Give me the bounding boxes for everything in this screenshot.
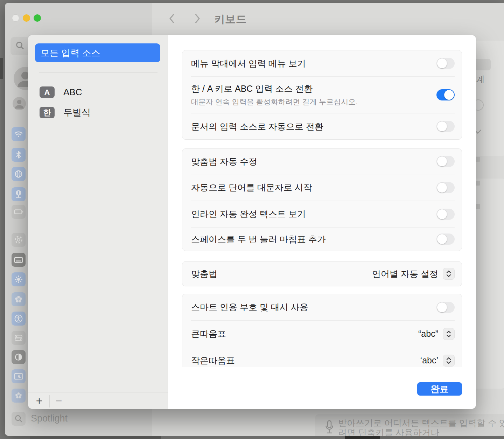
add-input-source-button[interactable]: + — [32, 395, 46, 407]
setting-row-inline-completion: 인라인 자동 완성 텍스트 보기 — [182, 201, 462, 227]
settings-scroll-area[interactable]: 메뉴 막대에서 입력 메뉴 보기 한 / A 키로 ABC 입력 소스 전환 대… — [168, 35, 476, 367]
double-quote-value: “abc” — [418, 329, 438, 339]
forward-chevron-icon — [192, 13, 202, 25]
appearance-flower-icon — [12, 292, 26, 306]
settings-group: 메뉴 막대에서 입력 메뉴 보기 한 / A 키로 ABC 입력 소스 전환 대… — [182, 50, 462, 140]
dictation-card: 받아쓰기로 어디서든 텍스트를 입력할 수 있습니다. 받아쓰기를 시작하려면 … — [315, 414, 504, 436]
dictation-description: 받아쓰기로 어디서든 텍스트를 입력할 수 있습니다. 받아쓰기를 시작하려면 … — [338, 418, 504, 436]
close-button[interactable] — [12, 14, 19, 22]
settings-group: 맞춤법 자동 수정 자동으로 단어를 대문자로 시작 인라인 자동 완성 텍스트… — [182, 148, 462, 251]
doc-auto-switch-toggle[interactable] — [436, 121, 455, 132]
setting-row-autocorrect: 맞춤법 자동 수정 — [182, 149, 462, 174]
setting-row-capitalize: 자동으로 단어를 대문자로 시작 — [182, 174, 462, 201]
sheet-footer: 완료 — [168, 367, 476, 409]
dock-fragment — [380, 436, 504, 439]
remove-input-source-button[interactable]: − — [52, 395, 66, 407]
single-quote-select[interactable] — [443, 355, 455, 367]
dock-fragment — [345, 436, 380, 439]
screen-saver-icon — [12, 369, 26, 383]
setting-row-han-a-switch: 한 / A 키로 ABC 입력 소스 전환 대문자 연속 입력을 활성화하려면 … — [182, 77, 462, 113]
list-item-abc[interactable]: A ABC — [40, 86, 82, 98]
setting-row-menu-bar: 메뉴 막대에서 입력 메뉴 보기 — [182, 50, 462, 76]
list-item-dubeolsik[interactable]: 한 두벌식 — [40, 106, 91, 119]
sheet-sidebar: 모든 입력 소스 A ABC 한 두벌식 + − — [28, 35, 168, 409]
spelling-value: 언어별 자동 설정 — [372, 268, 438, 280]
zoom-button[interactable] — [34, 14, 41, 22]
accessibility-icon — [12, 312, 26, 326]
appearance-contrast-icon — [12, 350, 26, 364]
back-chevron-icon — [167, 13, 177, 25]
dock-fragment — [30, 436, 161, 439]
bg-mark-fragment — [475, 157, 480, 162]
spotlight-icon — [12, 412, 26, 426]
spelling-select[interactable] — [443, 268, 455, 280]
wifi-icon — [12, 127, 26, 141]
network-globe-icon — [12, 167, 26, 181]
screen: { "window": { "title": "키보드" }, "backgro… — [0, 0, 504, 439]
single-quote-value: ‘abc’ — [420, 355, 438, 365]
autocorrect-toggle[interactable] — [436, 156, 455, 167]
menu-bar-toggle[interactable] — [436, 58, 455, 69]
smart-quotes-toggle[interactable] — [436, 302, 455, 313]
inline-completion-toggle[interactable] — [436, 209, 455, 220]
battery-icon — [12, 205, 26, 219]
setting-row-double-quote: 큰따옴표 “abc” — [182, 321, 462, 347]
settings-group: 스마트 인용 부호 및 대시 사용 큰따옴표 “abc” 작은따옴표 — [182, 294, 462, 367]
settings-group: 맞춤법 언어별 자동 설정 — [182, 261, 462, 286]
input-source-badge: 한 — [40, 107, 55, 118]
setting-row-doc-auto-switch: 문서의 입력 소스로 자동으로 전환 — [182, 113, 462, 139]
setting-row-spelling: 맞춤법 언어별 자동 설정 — [182, 262, 462, 286]
done-button[interactable]: 완료 — [417, 382, 462, 396]
bg-mark-fragment — [475, 181, 480, 186]
double-space-period-toggle[interactable] — [436, 234, 455, 245]
setting-row-single-quote: 작은따옴표 ‘abc’ — [182, 347, 462, 367]
minimize-button[interactable] — [23, 14, 30, 22]
dock-fragment — [161, 436, 345, 439]
sidebar-item-spotlight: Spotlight — [31, 413, 68, 424]
bg-mark-fragment — [475, 204, 480, 209]
vpn-globe-icon — [12, 187, 26, 201]
keyboard-icon — [12, 253, 26, 267]
capitalize-toggle[interactable] — [436, 182, 455, 193]
bg-text-fragment: 계 — [476, 74, 485, 85]
bluetooth-icon — [12, 148, 26, 162]
family-avatar — [13, 97, 26, 110]
displays-sun-icon — [12, 272, 26, 286]
divider — [39, 72, 158, 73]
sheet-panel: 메뉴 막대에서 입력 메뉴 보기 한 / A 키로 ABC 입력 소스 전환 대… — [168, 35, 476, 409]
han-a-switch-toggle[interactable] — [436, 89, 455, 100]
control-center-icon — [12, 331, 26, 345]
double-quote-select[interactable] — [443, 328, 455, 340]
divider — [28, 392, 168, 392]
setting-row-double-space-period: 스페이스를 두 번 눌러 마침표 추가 — [182, 228, 462, 251]
desktop-fragment — [0, 58, 3, 79]
wallpaper-icon — [12, 389, 26, 403]
microphone-icon — [324, 420, 335, 436]
input-source-badge: A — [40, 86, 55, 98]
sidebar-item-all-input-sources[interactable]: 모든 입력 소스 — [35, 43, 160, 62]
setting-row-smart-quotes: 스마트 인용 부호 및 대시 사용 — [182, 294, 462, 320]
divider — [49, 395, 50, 407]
page-title: 키보드 — [214, 12, 247, 27]
input-sources-sheet: 모든 입력 소스 A ABC 한 두벌식 + − 메뉴 막대에서 입력 메뉴 보… — [28, 35, 476, 409]
general-gear-icon — [12, 233, 26, 247]
search-icon — [15, 40, 25, 52]
